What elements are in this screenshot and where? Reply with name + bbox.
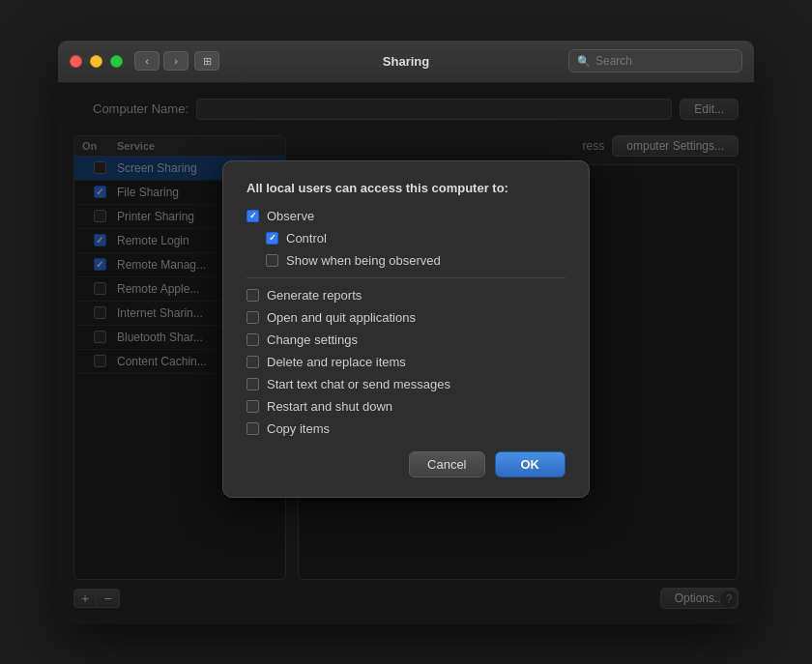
modal-title: All local users can access this computer… (246, 181, 566, 195)
show-when-observed-label: Show when being observed (286, 253, 441, 268)
observe-checkbox[interactable] (246, 210, 259, 222)
modal-checkbox-row: Generate reports (246, 288, 566, 303)
modal-checkbox-row: Observe (246, 209, 566, 223)
show-when-observed-checkbox[interactable] (266, 254, 278, 267)
search-input[interactable] (595, 54, 734, 68)
text-chat-checkbox[interactable] (246, 378, 259, 390)
nav-buttons: ‹ › (134, 51, 188, 71)
observe-label: Observe (267, 209, 314, 223)
modal-checkbox-row: Restart and shut down (246, 399, 566, 414)
modal-checkbox-row: Control (246, 231, 566, 245)
copy-items-checkbox[interactable] (246, 422, 259, 435)
control-label: Control (286, 231, 327, 245)
forward-button[interactable]: › (163, 51, 188, 71)
modal-checkbox-row: Copy items (246, 421, 566, 436)
restart-shutdown-label: Restart and shut down (267, 399, 392, 414)
search-box[interactable]: 🔍 (568, 49, 742, 72)
main-content: Computer Name: Edit... On Service Screen… (58, 83, 754, 624)
open-quit-label: Open and quit applications (267, 310, 416, 325)
modal-checkbox-row: Start text chat or send messages (246, 377, 566, 391)
minimize-button[interactable] (90, 55, 102, 68)
maximize-button[interactable] (110, 55, 123, 68)
ok-button[interactable]: OK (495, 451, 566, 477)
delete-replace-checkbox[interactable] (246, 356, 259, 368)
delete-replace-label: Delete and replace items (267, 355, 406, 369)
change-settings-checkbox[interactable] (246, 333, 259, 346)
cancel-button[interactable]: Cancel (409, 451, 484, 477)
modal-checkbox-row: Open and quit applications (246, 310, 566, 325)
modal-overlay: All local users can access this computer… (58, 83, 754, 624)
modal-checkbox-row: Change settings (246, 332, 566, 347)
open-quit-checkbox[interactable] (246, 311, 259, 324)
modal-checkbox-row: Show when being observed (246, 253, 566, 268)
restart-shutdown-checkbox[interactable] (246, 400, 259, 413)
control-checkbox[interactable] (266, 232, 278, 245)
main-window: ‹ › ⊞ Sharing 🔍 Computer Name: Edit... O… (58, 41, 754, 624)
text-chat-label: Start text chat or send messages (267, 377, 450, 391)
copy-items-label: Copy items (267, 421, 330, 436)
modal-divider (246, 277, 566, 278)
search-icon: 🔍 (577, 55, 591, 68)
generate-reports-checkbox[interactable] (246, 289, 259, 302)
modal-dialog: All local users can access this computer… (222, 160, 590, 498)
modal-buttons: Cancel OK (246, 451, 566, 477)
grid-view-button[interactable]: ⊞ (194, 51, 219, 71)
window-title: Sharing (383, 54, 429, 69)
back-button[interactable]: ‹ (134, 51, 160, 71)
titlebar: ‹ › ⊞ Sharing 🔍 (58, 41, 754, 83)
modal-checkbox-row: Delete and replace items (246, 355, 566, 369)
generate-reports-label: Generate reports (267, 288, 362, 303)
close-button[interactable] (70, 55, 82, 68)
change-settings-label: Change settings (267, 332, 358, 347)
traffic-lights (70, 55, 123, 68)
